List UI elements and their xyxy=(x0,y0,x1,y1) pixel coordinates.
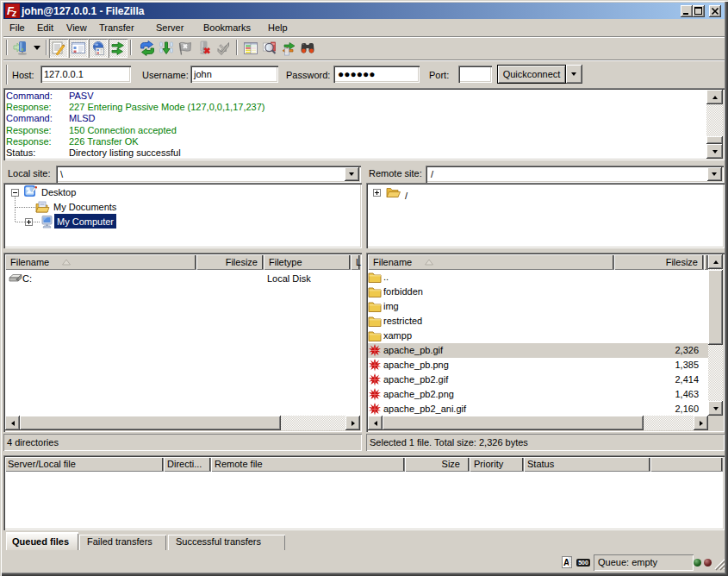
svg-text:z: z xyxy=(11,9,16,18)
